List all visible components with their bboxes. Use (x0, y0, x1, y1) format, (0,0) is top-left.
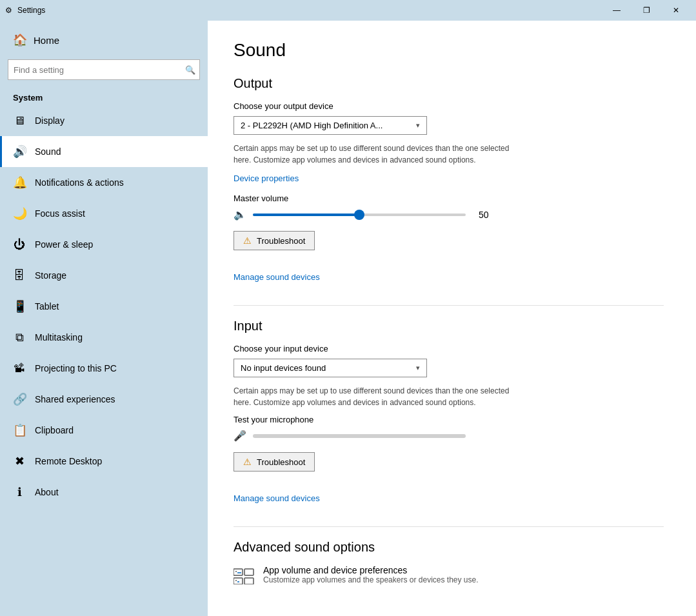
sidebar-item-home[interactable]: 🏠 Home (0, 21, 208, 59)
volume-row: 🔈 50 (234, 208, 664, 221)
sidebar-item-label: Shared experiences (35, 394, 115, 404)
volume-value: 50 (479, 210, 489, 220)
sidebar: 🏠 Home 🔍 System 🖥 Display 🔊 Sound 🔔 Noti… (0, 21, 208, 616)
sidebar-item-label: Remote Desktop (35, 456, 102, 466)
svg-rect-1 (244, 569, 254, 575)
volume-slider-track[interactable] (253, 214, 466, 216)
microphone-icon: 🎤 (234, 430, 246, 442)
tablet-icon: 📱 (13, 299, 26, 313)
sidebar-item-storage[interactable]: 🗄 Storage (0, 260, 208, 291)
volume-label: Master volume (234, 194, 664, 203)
sidebar-item-shared[interactable]: 🔗 Shared experiences (0, 384, 208, 415)
sidebar-item-label: Notifications & actions (35, 177, 124, 188)
display-icon: 🖥 (13, 114, 26, 128)
sidebar-item-sound[interactable]: 🔊 Sound (0, 136, 208, 167)
section-divider-2 (234, 526, 664, 527)
output-device-dropdown[interactable]: 2 - PL2292H (AMD High Definition A... ▾ (234, 116, 427, 135)
sidebar-item-remote[interactable]: ✖ Remote Desktop (0, 446, 208, 477)
sidebar-item-label: Multitasking (35, 332, 83, 343)
section-divider-1 (234, 305, 664, 306)
mic-row: 🎤 (234, 430, 664, 442)
volume-slider-fill (253, 214, 359, 216)
input-manage-link[interactable]: Manage sound devices (234, 493, 320, 503)
sidebar-item-about[interactable]: ℹ About (0, 477, 208, 508)
restore-button[interactable]: ❐ (631, 0, 661, 21)
svg-rect-3 (244, 578, 254, 584)
input-device-value: No input devices found (241, 363, 326, 373)
warning-icon: ⚠ (243, 235, 252, 246)
sidebar-item-label: Tablet (35, 301, 59, 312)
warning-icon-2: ⚠ (243, 457, 252, 467)
multitasking-icon: ⧉ (13, 331, 26, 344)
volume-low-icon: 🔈 (234, 208, 246, 221)
sidebar-item-multitasking[interactable]: ⧉ Multitasking (0, 322, 208, 353)
output-device-label: Choose your output device (234, 101, 664, 111)
power-icon: ⏻ (13, 238, 26, 252)
home-icon: 🏠 (13, 33, 26, 47)
sidebar-item-label: Clipboard (35, 425, 74, 435)
about-icon: ℹ (13, 485, 26, 499)
notifications-icon: 🔔 (13, 175, 26, 190)
close-button[interactable]: ✕ (661, 0, 691, 21)
minimize-button[interactable]: — (602, 0, 631, 21)
input-device-label: Choose your input device (234, 344, 664, 353)
settings-icon: ⚙ (5, 6, 12, 15)
content-area: Sound Output Choose your output device 2… (208, 21, 696, 616)
app-volume-title: App volume and device preferences (263, 565, 479, 575)
clipboard-icon: 📋 (13, 423, 26, 437)
shared-icon: 🔗 (13, 392, 26, 406)
title-bar-title: Settings (17, 6, 45, 15)
sidebar-item-tablet[interactable]: 📱 Tablet (0, 291, 208, 322)
search-box[interactable]: 🔍 (8, 59, 200, 80)
sidebar-item-notifications[interactable]: 🔔 Notifications & actions (0, 167, 208, 198)
window-controls: — ❐ ✕ (602, 0, 691, 21)
advanced-section-title: Advanced sound options (234, 540, 664, 555)
storage-icon: 🗄 (13, 269, 26, 283)
projecting-icon: 📽 (13, 362, 26, 375)
chevron-down-icon-2: ▾ (416, 364, 420, 372)
sidebar-item-label: About (35, 487, 59, 497)
sidebar-home-label: Home (34, 35, 59, 46)
app-volume-text: App volume and device preferences Custom… (263, 565, 479, 584)
search-icon: 🔍 (181, 65, 199, 75)
mic-level-bar (253, 434, 466, 438)
sidebar-item-label: Display (35, 115, 65, 126)
app-volume-desc: Customize app volumes and the speakers o… (263, 575, 479, 584)
sidebar-item-label: Sound (35, 146, 61, 157)
sidebar-item-label: Focus assist (35, 208, 85, 219)
sidebar-item-power[interactable]: ⏻ Power & sleep (0, 229, 208, 260)
app-body: 🏠 Home 🔍 System 🖥 Display 🔊 Sound 🔔 Noti… (0, 21, 696, 616)
chevron-down-icon: ▾ (416, 121, 420, 130)
search-input[interactable] (8, 65, 181, 75)
input-troubleshoot-label: Troubleshoot (257, 457, 305, 467)
title-bar: ⚙ Settings — ❐ ✕ (0, 0, 696, 21)
input-section-title: Input (234, 319, 664, 333)
input-device-dropdown[interactable]: No input devices found ▾ (234, 359, 427, 377)
svg-rect-2 (234, 578, 243, 584)
mic-label: Test your microphone (234, 415, 664, 424)
output-troubleshoot-label: Troubleshoot (257, 236, 305, 246)
device-properties-link[interactable]: Device properties (234, 174, 299, 183)
page-title: Sound (234, 40, 664, 61)
input-troubleshoot-button[interactable]: ⚠ Troubleshoot (234, 452, 315, 472)
output-description: Certain apps may be set up to use differ… (234, 143, 524, 166)
sidebar-item-label: Projecting to this PC (35, 363, 117, 373)
volume-slider-thumb[interactable] (354, 210, 364, 220)
sound-icon: 🔊 (13, 144, 26, 159)
sidebar-item-clipboard[interactable]: 📋 Clipboard (0, 415, 208, 446)
svg-rect-0 (234, 569, 243, 575)
sidebar-item-focus[interactable]: 🌙 Focus assist (0, 198, 208, 229)
sidebar-item-label: Storage (35, 270, 66, 281)
output-troubleshoot-button[interactable]: ⚠ Troubleshoot (234, 231, 315, 250)
remote-icon: ✖ (13, 454, 26, 468)
output-device-value: 2 - PL2292H (AMD High Definition A... (241, 121, 383, 130)
sidebar-item-display[interactable]: 🖥 Display (0, 105, 208, 136)
app-volume-item: App volume and device preferences Custom… (234, 565, 664, 588)
input-description: Certain apps may be set up to use differ… (234, 385, 524, 408)
focus-icon: 🌙 (13, 206, 26, 221)
sidebar-item-label: Power & sleep (35, 239, 93, 250)
output-manage-link[interactable]: Manage sound devices (234, 272, 320, 282)
sidebar-section-label: System (0, 88, 208, 105)
sidebar-item-projecting[interactable]: 📽 Projecting to this PC (0, 353, 208, 384)
app-volume-icon (234, 566, 254, 588)
